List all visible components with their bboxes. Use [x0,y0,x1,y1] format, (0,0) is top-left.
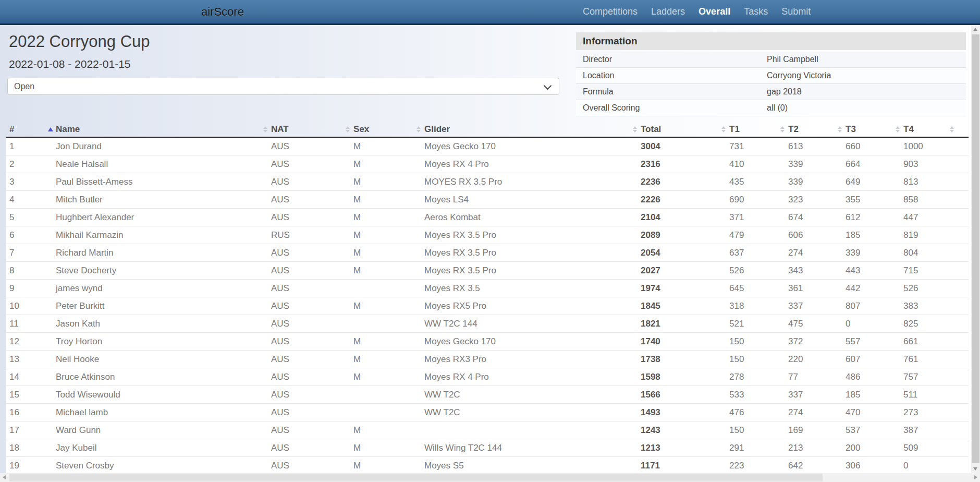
column-header-t3[interactable]: T3 [837,122,895,137]
horizontal-scrollbar[interactable] [0,473,980,482]
nav-item-overall[interactable]: Overall [699,6,730,17]
table-row[interactable]: 13Neil HookeAUSMMoyes RX3 Pro17381502206… [6,351,969,368]
nav-item-submit[interactable]: Submit [781,6,811,17]
cell-t2: 339 [779,155,837,173]
column-header-label: T2 [788,124,799,134]
cell-t2: 77 [779,368,837,386]
cell-t3: 612 [837,209,895,226]
cell-t4: 819 [895,226,949,244]
table-row[interactable]: 15Todd WisewouldAUSWW T2C156653333718551… [6,386,969,404]
cell-t1: 533 [720,386,779,404]
table-row[interactable]: 14Bruce AtkinsonAUSMMoyes RX 4 Pro159827… [6,368,969,386]
info-panel: Information DirectorPhil CampbellLocatio… [576,32,966,116]
table-row[interactable]: 11Jason KathAUSWW T2C 14418215214750825 [6,315,969,333]
cell-t3: 607 [837,351,895,368]
cell-t3: 557 [837,333,895,351]
column-header-label: NAT [271,124,289,134]
table-row[interactable]: 9james wyndAUSMoyes RX 3.519746453614425… [6,280,969,297]
cell-name: Steve Docherty [47,262,262,280]
info-row: Formulagap 2018 [576,84,966,100]
scroll-down-icon[interactable] [973,467,977,471]
cell-t3: 470 [837,404,895,421]
cell-nat: AUS [262,351,345,368]
cell-name: Peter Burkitt [47,297,262,315]
brand-link[interactable]: airScore [201,0,244,23]
column-header-t4[interactable]: T4 [895,122,949,137]
cell-rank: 15 [6,386,47,404]
cell-t1: 476 [720,404,779,421]
table-row[interactable]: 12Troy HortonAUSMMoyes Gecko 17017401503… [6,333,969,351]
cell-t4: 509 [895,439,949,457]
column-header-label: Sex [353,124,369,134]
sort-ascending-icon [48,127,53,131]
cell-nat: AUS [262,173,345,191]
nav-item-ladders[interactable]: Ladders [651,6,685,17]
cell-extra [949,244,969,262]
table-row[interactable]: 3Paul Bissett-AmessAUSMMOYES RX 3.5 Pro2… [6,173,969,191]
table-row[interactable]: 5Hughbert AlexanderAUSMAeros Kombat21043… [6,209,969,226]
vertical-scrollbar-thumb[interactable] [972,34,979,463]
table-row[interactable]: 18Jay KubeilAUSMWills Wing T2C 144121329… [6,439,969,457]
table-row[interactable]: 17Ward GunnAUSM1243150169537387 [6,421,969,439]
table-row[interactable]: 7Richard MartinAUSMMoyes RX 3.5 Pro20546… [6,244,969,262]
column-header-total[interactable]: Total [632,122,720,137]
nav-item-tasks[interactable]: Tasks [744,6,768,17]
cell-extra [949,262,969,280]
column-header-t1[interactable]: T1 [720,122,779,137]
column-header-name[interactable]: Name [47,122,262,137]
cell-nat: AUS [262,191,345,209]
cell-sex: M [345,368,415,386]
cell-glider: Moyes RX 4 Pro [415,368,632,386]
cell-total: 1566 [632,386,720,404]
cell-nat: AUS [262,262,345,280]
nav-item-competitions[interactable]: Competitions [583,6,638,17]
table-row[interactable]: 1Jon DurandAUSMMoyes Gecko 1703004731613… [6,137,969,155]
table-row[interactable]: 6Mikhail KarmazinRUSMMoyes RX 3.5 Pro208… [6,226,969,244]
cell-t1: 526 [720,262,779,280]
cell-extra [949,421,969,439]
column-header-glider[interactable]: Glider [415,122,632,137]
cell-t4: 804 [895,244,949,262]
cell-t2: 339 [779,173,837,191]
cell-t3: 664 [837,155,895,173]
cell-name: Steven Crosby [47,457,262,474]
cell-glider: Moyes S5 [415,457,632,474]
cell-t1: 291 [720,439,779,457]
cell-t3: 486 [837,368,895,386]
table-row[interactable]: 2Neale HalsallAUSMMoyes RX 4 Pro23164103… [6,155,969,173]
column-header-label: T4 [903,124,914,134]
table-row[interactable]: 19Steven CrosbyAUSMMoyes S51171223642306… [6,457,969,474]
cell-rank: 9 [6,280,47,297]
sort-icon [838,126,842,132]
cell-total: 2089 [632,226,720,244]
cell-t3: 200 [837,439,895,457]
cell-nat: AUS [262,280,345,297]
vertical-scrollbar[interactable] [971,25,980,473]
table-row[interactable]: 10Peter BurkittAUSMMoyes RX5 Pro18453183… [6,297,969,315]
cell-t2: 361 [779,280,837,297]
cell-t4: 715 [895,262,949,280]
class-select[interactable]: Open [7,78,559,95]
column-header-sex[interactable]: Sex [345,122,415,137]
cell-t1: 150 [720,421,779,439]
table-row[interactable]: 8Steve DochertyAUSMMoyes RX 3.5 Pro20275… [6,262,969,280]
table-row[interactable]: 4Mitch ButlerAUSMMoyes LS422266903233558… [6,191,969,209]
cell-nat: AUS [262,209,345,226]
scroll-right-icon[interactable] [974,475,977,479]
cell-extra [949,333,969,351]
cell-t4: 825 [895,315,949,333]
cell-nat: AUS [262,404,345,421]
column-header-nat[interactable]: NAT [262,122,345,137]
cell-t3: 537 [837,421,895,439]
column-header-extra[interactable] [949,122,969,137]
scroll-left-icon[interactable] [3,475,6,479]
column-header-t2[interactable]: T2 [779,122,837,137]
cell-name: Michael lamb [47,404,262,421]
table-row[interactable]: 16Michael lambAUSWW T2C1493476274470273 [6,404,969,421]
cell-rank: 4 [6,191,47,209]
scroll-up-icon[interactable] [973,28,977,31]
results-header-row: #NameNATSexGliderTotalT1T2T3T4 [6,122,969,137]
horizontal-scrollbar-thumb[interactable] [9,474,823,481]
column-header-label: # [9,124,14,134]
cell-total: 2226 [632,191,720,209]
